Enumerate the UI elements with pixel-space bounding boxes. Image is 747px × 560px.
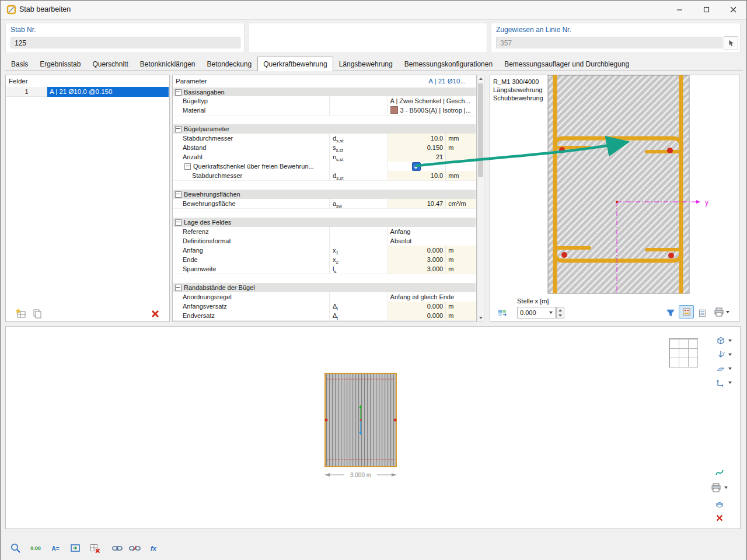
querkraftschenkel-checkbox[interactable] [412, 162, 421, 171]
tab-laengsbewehrung[interactable]: Längsbewehrung [333, 57, 399, 71]
location-x-select[interactable]: 0.000 [517, 307, 556, 318]
param-row-abstand[interactable]: Abstand ss,st 0.150 m [173, 143, 476, 153]
pick-line-button[interactable] [724, 36, 738, 50]
collapse-icon[interactable] [175, 219, 181, 226]
view-direction-button[interactable]: y [713, 348, 736, 362]
decimal-places-button[interactable]: 0.00 [27, 541, 44, 556]
param-row-querkraftschenkel[interactable]: Querkraftschenkel über freien Bewehrun..… [173, 162, 476, 172]
scrollbar-thumb[interactable] [478, 83, 483, 177]
tab-ergebnisstab[interactable]: Ergebnisstab [34, 57, 86, 71]
collapse-icon[interactable] [175, 285, 181, 291]
view-axes-button[interactable] [713, 376, 736, 390]
param-row-buegeltyp[interactable]: Bügeltyp A | Zwei Schenkel | Gesch... [173, 96, 476, 106]
param-row-stabdurchmesser-ct[interactable]: Stabdurchmesser ds,ct 10.0 mm [173, 171, 476, 181]
param-row-anfangsversatz[interactable]: Anfangsversatz Δi 0.000 m [173, 302, 476, 312]
member-elevation-view[interactable]: 3.000 m [323, 372, 398, 481]
tab-querschnitt[interactable]: Querschnitt [86, 57, 134, 71]
layers-icon [714, 499, 725, 509]
fields-panel-title: Felder [6, 75, 169, 87]
delete-result-button[interactable] [87, 541, 103, 556]
result-diagram-button[interactable] [711, 465, 728, 479]
filter-button[interactable] [663, 306, 678, 320]
param-row-referenz[interactable]: Referenz Anfang [173, 227, 476, 237]
display-layers-button[interactable] [711, 497, 728, 511]
param-group-lage-des-feldes[interactable]: Lage des Feldes [173, 218, 476, 228]
param-value[interactable]: 3.000 [388, 255, 446, 264]
collapse-icon[interactable] [175, 89, 181, 96]
param-value[interactable]: 0.000 [388, 246, 446, 255]
collapse-icon[interactable] [175, 191, 181, 198]
collapse-icon[interactable] [175, 126, 181, 132]
add-field-button[interactable] [14, 308, 28, 320]
parameter-scrollbar[interactable] [477, 75, 484, 322]
printer-icon [713, 307, 725, 317]
param-value[interactable]: Absolut [388, 236, 476, 246]
close-button[interactable] [720, 1, 746, 19]
param-group-bewehrungsflaechen[interactable]: Bewehrungsflächen [173, 190, 476, 200]
param-unit: m [445, 302, 476, 311]
member-number-input[interactable]: 125 [11, 37, 240, 48]
tab-betonknicklaengen[interactable]: Betonknicklängen [134, 57, 201, 71]
cross-section-preview[interactable]: y [490, 75, 739, 295]
reinforcement-preview-panel[interactable]: y R_M1 300/4000 Längsbewehrung Schubbewe… [490, 75, 739, 322]
param-row-endversatz[interactable]: Endversatz Δj 0.000 m [173, 311, 476, 321]
param-group-buegelparameter[interactable]: Bügelparameter [173, 124, 476, 134]
cancel-view-button[interactable] [711, 511, 728, 525]
tab-basis[interactable]: Basis [5, 57, 34, 71]
apply-to-window-button[interactable] [67, 541, 83, 556]
param-value[interactable]: 0.150 [388, 143, 446, 152]
param-row-ende[interactable]: Ende x2 3.000 m [173, 255, 476, 265]
spin-down-icon[interactable] [558, 314, 562, 317]
view-plane-button[interactable] [713, 362, 736, 376]
tab-bemessungskonfigurationen[interactable]: Bemessungskonfigurationen [399, 57, 498, 71]
param-value[interactable]: A | Zwei Schenkel | Gesch... [388, 96, 476, 106]
link-fields-button[interactable] [109, 541, 125, 556]
member-view-panel[interactable]: 3.000 m y [5, 326, 741, 529]
tab-bemessungsauflager[interactable]: Bemessungsauflager und Durchbiegung [498, 57, 635, 71]
param-value[interactable]: 0.000 [388, 302, 446, 311]
chevron-down-icon [728, 340, 732, 342]
param-value[interactable]: 21 [388, 152, 446, 162]
param-row-bewehrungsflaeche[interactable]: Bewehrungsfläche asw 10.47 cm²/m [173, 199, 476, 209]
param-value[interactable]: Anfang [388, 227, 476, 236]
param-row-material[interactable]: Material 3 - B500S(A) | Isotrop |... [173, 106, 476, 116]
param-value[interactable]: 3 - B500S(A) | Isotrop |... [388, 106, 476, 115]
chevron-down-icon [726, 311, 729, 313]
tab-querkraftbewehrung[interactable]: Querkraftbewehrung [257, 57, 333, 71]
scroll-up-icon[interactable] [477, 75, 484, 82]
tab-betondeckung[interactable]: Betondeckung [201, 57, 257, 71]
unlink-fields-button[interactable] [127, 541, 143, 556]
view-selector-grid[interactable] [669, 338, 698, 368]
param-row-stabdurchmesser[interactable]: Stabdurchmesser ds,st 10.0 mm [173, 134, 476, 144]
param-row-anzahl[interactable]: Anzahl ns,st 21 [173, 152, 476, 162]
collapse-icon[interactable] [184, 163, 191, 170]
param-row-definitionsformat[interactable]: Definitionsformat Absolut [173, 236, 476, 246]
sync-view-button[interactable] [495, 306, 510, 320]
maximize-button[interactable] [693, 1, 720, 19]
report-sheet-button[interactable] [694, 306, 710, 320]
param-row-anfang[interactable]: Anfang x1 0.000 m [173, 246, 476, 256]
assigned-line-input[interactable]: 357 [496, 37, 722, 48]
param-value[interactable]: Anfang ist gleich Ende [388, 292, 476, 302]
function-editor-button[interactable]: fx [145, 541, 162, 556]
jump-to-object-button[interactable] [8, 541, 24, 556]
y-axis-label: y [705, 198, 708, 206]
field-row[interactable]: 1 A | 21 Ø10.0 @0.150 [6, 87, 169, 97]
param-value[interactable]: 10.0 [388, 134, 446, 143]
param-group-randabstaende[interactable]: Randabstände der Bügel [173, 283, 476, 293]
minimize-button[interactable] [666, 1, 693, 19]
scroll-down-icon[interactable] [477, 314, 484, 321]
copy-field-button[interactable] [30, 308, 44, 320]
param-value[interactable]: 10.0 [388, 171, 446, 180]
print-view-button[interactable] [708, 481, 732, 495]
param-value[interactable]: 0.000 [388, 311, 446, 320]
param-row-anordnungsregel[interactable]: Anordnungsregel Anfang ist gleich Ende [173, 292, 476, 302]
param-row-spannweite[interactable]: Spannweite ls 3.000 m [173, 264, 476, 274]
print-preview-button[interactable] [711, 305, 734, 318]
delete-field-button[interactable] [148, 308, 162, 320]
section-display-toggle[interactable] [679, 305, 694, 318]
location-x-spinner[interactable] [556, 307, 564, 318]
view-3d-button[interactable] [713, 334, 736, 348]
units-settings-button[interactable]: A= [47, 541, 64, 556]
spin-up-icon[interactable] [558, 309, 562, 312]
